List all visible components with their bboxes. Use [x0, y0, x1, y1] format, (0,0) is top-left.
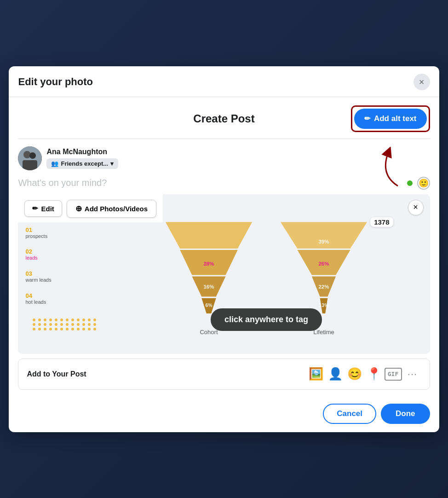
label-num-01: 01 [25, 226, 97, 233]
add-photos-label: Add Photos/Videos [85, 205, 148, 213]
svg-rect-4 [23, 160, 37, 170]
add-alt-text-label: Add alt text [374, 114, 417, 123]
label-num-03: 03 [25, 270, 97, 277]
image-toolbar: ✏ Edit ⊕ Add Photos/Videos [18, 194, 163, 222]
svg-text:26%: 26% [318, 261, 329, 266]
modal-body: Create Post ✏ Add alt text [9, 97, 439, 401]
svg-text:22%: 22% [318, 284, 329, 289]
user-row: Ana McNaughton 👥 Friends except... ▾ [18, 139, 430, 175]
label-text-01: prospects [25, 233, 97, 239]
modal-title: Edit your photo [18, 76, 93, 88]
create-post-title: Create Post [155, 112, 293, 125]
label-num-04: 04 [25, 292, 97, 299]
add-to-post-bar: Add to Your Post 🖼️ 👤 😊 📍 GIF ··· [18, 359, 430, 390]
svg-point-3 [29, 152, 36, 159]
funnel-label-02: 02 leads [25, 248, 97, 261]
lifetime-label: Lifetime [313, 329, 334, 336]
pencil-edit-icon: ✏ [32, 204, 38, 213]
user-name: Ana McNaughton [46, 148, 118, 156]
dot-pattern [25, 314, 97, 330]
cancel-button[interactable]: Cancel [323, 404, 376, 424]
avatar-svg [18, 146, 42, 170]
svg-text:16%: 16% [203, 284, 214, 289]
tag-people-icon[interactable]: 👤 [327, 365, 344, 383]
add-alt-text-wrapper: ✏ Add alt text [351, 105, 430, 132]
svg-text:13%: 13% [319, 303, 329, 308]
chevron-down-icon: ▾ [110, 160, 114, 167]
label-num-02: 02 [25, 248, 97, 255]
svg-text:6%: 6% [205, 303, 212, 308]
edit-photo-modal: Edit your photo × Create Post ✏ Add alt … [9, 66, 439, 432]
audience-button[interactable]: 👥 Friends except... ▾ [46, 158, 118, 169]
modal-header: Edit your photo × [9, 66, 439, 97]
add-to-post-label: Add to Your Post [27, 370, 86, 378]
modal-close-button[interactable]: × [414, 74, 430, 90]
svg-marker-5 [166, 222, 252, 248]
close-preview-button[interactable]: × [408, 200, 424, 215]
avatar-image [18, 146, 42, 170]
photo-video-icon[interactable]: 🖼️ [307, 365, 325, 383]
svg-text:39%: 39% [318, 239, 329, 244]
emoji-button[interactable]: 🙂 [417, 177, 430, 190]
audience-label: Friends except... [61, 160, 108, 167]
done-button[interactable]: Done [381, 404, 430, 424]
funnel-label-03: 03 warm leads [25, 270, 97, 283]
create-post-row: Create Post ✏ Add alt text [18, 97, 430, 139]
label-text-03: warm leads [25, 277, 97, 283]
post-text-row: What's on your mind? 🙂 [18, 175, 430, 194]
label-text-04: hot leads [25, 299, 97, 305]
add-photos-button[interactable]: ⊕ Add Photos/Videos [67, 200, 156, 218]
feeling-activity-icon[interactable]: 😊 [346, 365, 363, 383]
count-badge: 1378 [370, 217, 393, 227]
svg-text:28%: 28% [203, 261, 214, 266]
green-dot [407, 180, 413, 186]
edit-label: Edit [41, 205, 54, 213]
alt-text-area: ✏ Add alt text [293, 105, 430, 132]
add-alt-text-button[interactable]: ✏ Add alt text [354, 109, 427, 129]
lifetime-funnel-svg: 39% 26% 22% 13% [273, 217, 374, 323]
funnel-label-04: 04 hot leads [25, 292, 97, 305]
modal-overlay: Edit your photo × Create Post ✏ Add alt … [0, 0, 448, 498]
close-icon: × [419, 77, 425, 87]
tag-tooltip: click anywhere to tag [211, 308, 322, 331]
modal-footer: Cancel Done [9, 401, 439, 432]
label-text-02: leads [25, 255, 97, 261]
funnel-label-01: 01 prospects [25, 226, 97, 239]
audience-icon: 👥 [51, 160, 58, 167]
add-photos-icon: ⊕ [75, 204, 82, 214]
check-in-icon[interactable]: 📍 [365, 365, 383, 383]
post-placeholder: What's on your mind? [18, 178, 107, 188]
user-info: Ana McNaughton 👥 Friends except... ▾ [46, 148, 118, 169]
more-icon[interactable]: ··· [404, 365, 421, 383]
cohort-funnel-svg: 28% 16% 6% [158, 217, 259, 323]
close-preview-icon: × [413, 203, 418, 212]
avatar [18, 146, 42, 170]
cohort-label: Cohort [200, 329, 218, 336]
pencil-icon: ✏ [364, 114, 370, 123]
post-action-icons: 🖼️ 👤 😊 📍 GIF ··· [307, 365, 421, 383]
image-preview: ✏ Edit ⊕ Add Photos/Videos × 1378 [18, 194, 430, 354]
edit-image-button[interactable]: ✏ Edit [24, 200, 62, 217]
post-icons: 🙂 [407, 177, 430, 190]
gif-icon[interactable]: GIF [385, 368, 402, 381]
